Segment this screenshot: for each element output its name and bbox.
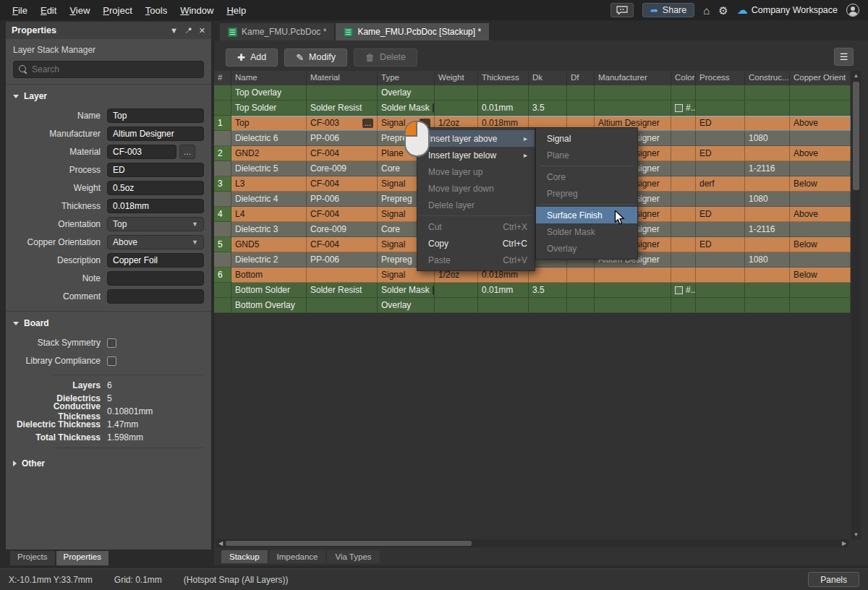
menu-item-label: Core	[547, 172, 566, 182]
library-compliance-checkbox[interactable]	[107, 356, 116, 366]
column-header-blank[interactable]: #	[214, 71, 231, 85]
cell-blank	[214, 131, 231, 146]
menu-view[interactable]: View	[63, 2, 96, 19]
divider	[52, 375, 204, 375]
cell-blank	[214, 283, 231, 298]
menu-file[interactable]: File	[6, 2, 34, 19]
comments-button[interactable]	[610, 3, 634, 17]
vertical-scroll-thumb[interactable]	[853, 82, 859, 190]
menu-item-copy[interactable]: CopyCtrl+C	[417, 235, 535, 252]
cell-blank	[214, 85, 231, 101]
manufacturer-field[interactable]	[107, 127, 204, 141]
cell-process: ED	[696, 237, 745, 252]
column-header-construc[interactable]: Construc...	[745, 71, 790, 85]
cell-copper-orient	[790, 222, 851, 237]
doc-tab-kame-fmu-pcbdoc-stackup[interactable]: Kame_FMU.PcbDoc [Stackup] *	[336, 23, 489, 40]
submenu-arrow-icon: ▸	[524, 151, 527, 159]
panels-button[interactable]: Panels	[808, 572, 859, 587]
horizontal-scroll-thumb[interactable]	[226, 541, 472, 546]
menu-tools[interactable]: Tools	[139, 2, 174, 19]
panel-menu-chevron-icon[interactable]: ▼	[170, 26, 178, 35]
menu-window[interactable]: Window	[174, 2, 220, 19]
process-field[interactable]	[107, 163, 204, 177]
scroll-up-icon[interactable]: ▲	[851, 71, 861, 80]
column-header-process[interactable]: Process	[696, 71, 745, 85]
home-icon[interactable]: ⌂	[703, 5, 710, 16]
gear-icon[interactable]: ⚙	[718, 5, 728, 16]
comment-field[interactable]	[107, 289, 204, 304]
cell-text: CF-004	[310, 148, 339, 158]
table-row-bottom-overlay[interactable]: Bottom OverlayOverlay	[214, 298, 851, 313]
vertical-scrollbar[interactable]: ▲ ▼	[851, 71, 861, 539]
section-header-layer[interactable]: Layer	[6, 85, 211, 106]
cell-blank	[214, 101, 231, 116]
cell-copper-orient	[790, 101, 851, 116]
column-header-thickness[interactable]: Thickness	[478, 71, 529, 85]
user-avatar[interactable]	[846, 4, 859, 17]
doc-tab-kame-fmu-pcbdoc[interactable]: Kame_FMU.PcbDoc *	[220, 23, 334, 40]
table-row-bottom-solder[interactable]: Bottom SolderSolder ResistSolder Mask…0.…	[214, 283, 851, 298]
thickness-field[interactable]	[107, 199, 204, 213]
color-checkbox[interactable]	[675, 104, 683, 112]
menu-shortcut: Ctrl+V	[503, 255, 527, 265]
pin-icon[interactable]: 📍︎	[184, 26, 192, 35]
search-input[interactable]	[32, 64, 198, 74]
column-header-manufacturer[interactable]: Manufacturer	[595, 71, 671, 85]
menu-item-label: Delete layer	[428, 200, 475, 210]
workspace-button[interactable]: ☁ Company Workspace	[737, 4, 838, 17]
cell-blank	[214, 252, 231, 268]
ellipsis-button[interactable]: …	[362, 119, 373, 128]
column-header-df[interactable]: Df	[567, 71, 595, 85]
table-row-top-overlay[interactable]: Top OverlayOverlay	[214, 85, 851, 101]
cell-text: Above	[793, 209, 818, 219]
close-icon[interactable]: ✕	[199, 26, 205, 35]
scroll-left-icon[interactable]: ◀	[216, 540, 225, 547]
color-checkbox[interactable]	[675, 286, 683, 294]
column-header-material[interactable]: Material	[307, 71, 378, 85]
column-header-copper-orient[interactable]: Copper Orient	[790, 71, 851, 85]
column-header-dk[interactable]: Dk	[529, 71, 567, 85]
modify-button[interactable]: ✎ Modify	[284, 48, 347, 67]
view-tab-stackup[interactable]: Stackup	[221, 550, 268, 563]
menu-item-insert-layer-above[interactable]: Insert layer above▸	[417, 130, 535, 147]
view-tab-impedance[interactable]: Impedance	[269, 550, 326, 563]
name-field[interactable]	[107, 108, 204, 123]
table-options-button[interactable]: ☰	[834, 48, 854, 66]
section-header-board[interactable]: Board	[6, 312, 211, 333]
ellipsis-button[interactable]: …	[179, 145, 195, 159]
cell-text: Bottom Overlay	[235, 300, 295, 310]
section-header-other[interactable]: Other	[6, 452, 211, 473]
cell-text: 3.5	[532, 285, 545, 295]
column-header-weight[interactable]: Weight	[435, 71, 478, 85]
scroll-right-icon[interactable]: ▶	[840, 540, 848, 547]
column-header-name[interactable]: Name	[231, 71, 307, 85]
menu-project[interactable]: Project	[96, 2, 138, 19]
comment-icon	[616, 6, 628, 14]
search-box[interactable]	[13, 61, 204, 78]
column-header-color[interactable]: Color	[671, 71, 696, 85]
table-row-top-solder[interactable]: Top SolderSolder ResistSolder Mask…0.01m…	[214, 101, 851, 116]
note-field[interactable]	[107, 271, 204, 286]
material-field[interactable]	[107, 145, 176, 159]
column-header-type[interactable]: Type	[378, 71, 435, 85]
add-button[interactable]: ✚ Add	[226, 48, 278, 67]
view-tab-via-types[interactable]: Via Types	[327, 550, 379, 563]
share-button[interactable]: ➦ Share	[642, 3, 694, 17]
cell-material: PP-006	[307, 252, 378, 268]
scroll-down-icon[interactable]: ▼	[851, 530, 861, 539]
description-field[interactable]	[107, 253, 204, 268]
horizontal-scrollbar[interactable]: ◀ ▶	[216, 539, 848, 547]
menu-help[interactable]: Help	[220, 2, 252, 19]
weight-field[interactable]	[107, 181, 204, 195]
menu-item-insert-layer-below[interactable]: Insert layer below▸	[417, 147, 535, 163]
panel-tab-properties[interactable]: Properties	[56, 551, 109, 565]
panel-title: Properties	[12, 25, 56, 35]
copper-orientation-select[interactable]: Above▼	[107, 235, 204, 249]
stack-symmetry-checkbox[interactable]	[107, 338, 116, 348]
menu-edit[interactable]: Edit	[34, 2, 63, 19]
menu-item-signal[interactable]: Signal	[536, 130, 637, 147]
orientation-select[interactable]: Top▼	[107, 217, 204, 231]
field-row-copper-orientation: Copper OrientationAbove▼	[6, 234, 211, 250]
delete-button[interactable]: 🗑︎ Delete	[354, 48, 417, 67]
panel-tab-projects[interactable]: Projects	[10, 551, 55, 565]
